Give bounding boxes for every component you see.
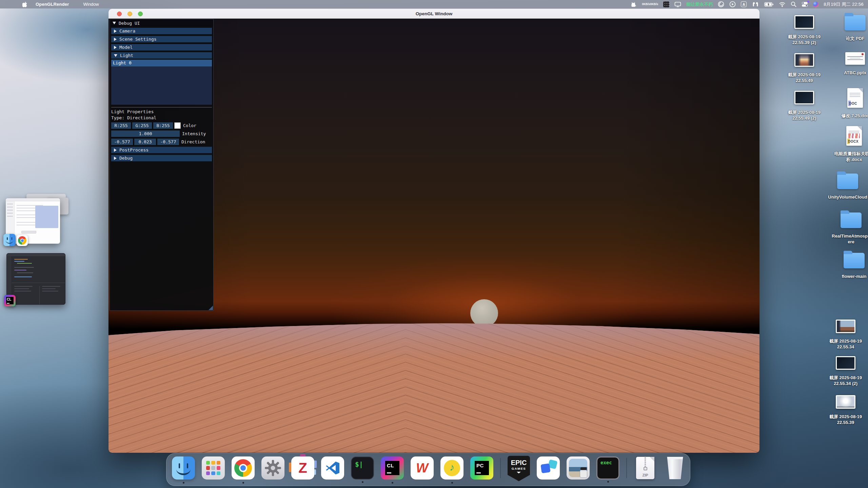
dock-finder-icon[interactable]	[172, 456, 195, 480]
screenshot-thumbnail	[836, 395, 855, 409]
direction-z-field[interactable]: -0.577	[157, 139, 179, 145]
dock-vscode-icon[interactable]	[321, 456, 344, 480]
section-header-scene-settings[interactable]: Scene Settings	[111, 36, 212, 42]
dock-chrome-icon[interactable]	[232, 456, 255, 480]
screenshot-thumbnail	[836, 356, 855, 370]
collapsed-arrow-icon	[114, 29, 117, 33]
dock-pycharm-icon[interactable]: PC	[470, 456, 493, 480]
clion-badge-icon: CL	[4, 295, 16, 306]
menu-bar: OpenGLRender Window 0KB/s0KB/s 能让爱永不朽 A	[0, 0, 868, 8]
network-speed[interactable]: 0KB/s0KB/s	[642, 0, 658, 8]
dock-exec-terminal-icon[interactable]: exec	[596, 456, 619, 480]
runcat-icon[interactable]	[630, 0, 637, 8]
notification-badge	[807, 1, 809, 3]
record-circle-icon[interactable]	[718, 0, 724, 8]
collapse-arrow-icon[interactable]	[113, 22, 116, 24]
minimize-button[interactable]	[127, 12, 132, 16]
wood-floor	[108, 317, 760, 453]
light-list[interactable]: Light 0	[111, 60, 212, 105]
dock-zotero-icon[interactable]: Z	[291, 456, 314, 480]
separator	[111, 107, 212, 107]
section-header-debug[interactable]: Debug	[111, 155, 212, 161]
color-r-field[interactable]: R:255	[111, 122, 131, 129]
dock-launchpad-icon[interactable]	[202, 456, 225, 480]
desktop-icon-folder[interactable]: flower-main	[832, 251, 868, 279]
dock-system-settings-icon[interactable]	[261, 456, 284, 480]
dock-iterm-icon[interactable]: $|	[351, 456, 374, 480]
light-list-item-selected[interactable]: Light 0	[111, 60, 212, 66]
light-direction-row: -0.577 0.023 -0.577 Direction	[111, 139, 212, 145]
section-header-light[interactable]: Light	[111, 52, 212, 59]
menu-app-name[interactable]: OpenGLRender	[36, 2, 69, 7]
doc-icon: DOC	[847, 88, 863, 108]
dock-photo-viewer-icon[interactable]	[567, 456, 590, 480]
window-titlebar[interactable]: OpenGL Window	[108, 9, 760, 19]
screenshot-thumbnail	[794, 91, 814, 104]
opengl-window[interactable]: OpenGL Window Debug UI Camera Scene Sett…	[108, 9, 760, 453]
docx-icon: DOCX	[846, 126, 862, 146]
wifi-icon[interactable]	[779, 0, 786, 8]
dock-separator	[500, 458, 501, 478]
screen-capture-icon[interactable]	[663, 0, 669, 8]
desktop-icon-folder[interactable]: 论文 PDF	[833, 13, 868, 41]
desktop-icon-folder[interactable]: UnityVolumeCloud	[826, 171, 868, 200]
screenshot-thumbnail	[836, 320, 855, 333]
collapsed-arrow-icon	[114, 157, 117, 160]
display-icon[interactable]	[674, 0, 681, 8]
dock-wps-icon[interactable]: W	[411, 456, 434, 480]
siri-icon[interactable]	[813, 2, 818, 7]
dock-zip-file-icon[interactable]: ZIP	[636, 457, 654, 479]
airpods-icon[interactable]	[752, 0, 759, 8]
panel-title: Debug UI	[119, 21, 140, 26]
dock-qqmusic-icon[interactable]: ♪	[440, 456, 463, 480]
dock-clion-icon[interactable]: CL	[381, 456, 404, 480]
direction-x-field[interactable]: -0.577	[111, 139, 133, 145]
finder-badge-icon	[3, 234, 16, 246]
section-header-postprocess[interactable]: PostProcess	[111, 147, 212, 153]
desktop-icon-screenshot[interactable]: 截屏 2025-08-1922.55.39	[824, 395, 868, 425]
panel-titlebar[interactable]: Debug UI	[110, 19, 213, 27]
expanded-arrow-icon	[114, 54, 117, 57]
desktop-icon-screenshot[interactable]: 截屏 2025-08-1922.55.49	[782, 53, 826, 83]
spotlight-icon[interactable]	[791, 0, 796, 8]
color-swatch[interactable]	[174, 122, 181, 129]
desktop-icon-docx[interactable]: DOCX 电能质量指标关联分析.docx	[832, 126, 868, 162]
intensity-slider[interactable]: 1.000	[111, 130, 180, 137]
collapsed-arrow-icon	[114, 38, 117, 41]
desktop-icon-screenshot[interactable]: 截屏 2025-08-1922.55.39 (2)	[782, 15, 826, 45]
color-g-field[interactable]: G:255	[132, 122, 152, 129]
dock-tencent-docs-icon[interactable]	[537, 456, 560, 480]
apple-menu-icon[interactable]	[22, 1, 28, 7]
close-button[interactable]	[117, 12, 122, 16]
zoom-button[interactable]	[138, 12, 143, 16]
desktop-icon-doc[interactable]: DOC 修改 7.25.doc	[833, 88, 868, 119]
dock-trash-icon[interactable]	[666, 457, 685, 479]
light-color-row: R:255 G:255 B:255 Color	[111, 122, 212, 129]
input-source-icon[interactable]: A	[741, 1, 747, 7]
chrome-badge-icon	[17, 235, 28, 246]
direction-y-field[interactable]: 0.023	[134, 139, 156, 145]
menu-datetime[interactable]: 8月19日 周二 22:56	[824, 0, 864, 8]
debug-ui-panel[interactable]: Debug UI Camera Scene Settings Model Lig…	[110, 19, 214, 311]
dock-epic-games-icon[interactable]: EPIC GAMES	[508, 456, 530, 482]
battery-charging-icon[interactable]	[764, 0, 774, 8]
opengl-viewport: Debug UI Camera Scene Settings Model Lig…	[108, 19, 760, 453]
section-header-camera[interactable]: Camera	[111, 28, 212, 34]
lyrics-text[interactable]: 能让爱永不朽	[686, 0, 713, 8]
desktop-icon-screenshot[interactable]: 截屏 2025-08-1922.55.49 (2)	[782, 91, 826, 121]
color-label: Color	[183, 123, 196, 128]
play-circle-icon[interactable]	[729, 0, 736, 8]
stage-manager-window-group[interactable]: CL	[4, 252, 72, 307]
moon-sphere	[470, 299, 498, 327]
desktop-icon-screenshot[interactable]: 截屏 2025-08-1922.55.34	[824, 320, 868, 350]
pptx-icon	[845, 52, 865, 65]
resize-grip[interactable]	[209, 306, 213, 310]
color-b-field[interactable]: B:255	[153, 122, 173, 129]
menu-item-window[interactable]: Window	[83, 2, 99, 7]
control-center-icon[interactable]	[802, 0, 808, 8]
desktop-icon-pptx[interactable]: ATBC.pptx	[833, 49, 868, 76]
desktop-icon-folder[interactable]: RealTimeAtmosphere	[829, 210, 868, 245]
stage-manager-window-group[interactable]	[3, 194, 71, 247]
section-header-model[interactable]: Model	[111, 44, 212, 50]
desktop-icon-screenshot[interactable]: 截屏 2025-08-1922.55.34 (2)	[824, 356, 868, 386]
